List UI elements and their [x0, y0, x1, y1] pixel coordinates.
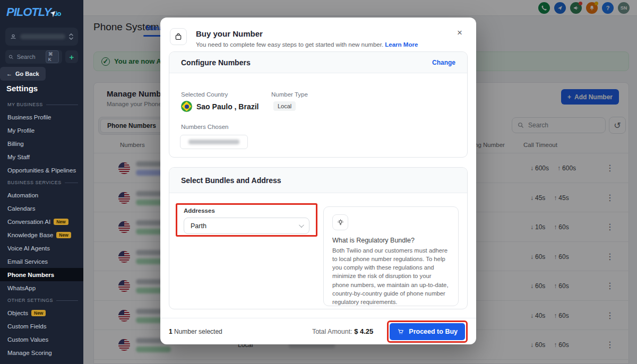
chevron-down-icon: [299, 222, 304, 228]
chosen-number-chip: [180, 135, 248, 149]
settings-heading: Settings: [6, 84, 38, 93]
section-title: Configure Numbers: [181, 58, 251, 67]
redacted-account-name: [20, 34, 65, 39]
selected-country-value: Sao Paulo , Brazil: [181, 101, 259, 112]
search-shortcut-kbd: ⌘ K: [46, 50, 59, 63]
modal-title: Buy your Number: [196, 29, 263, 38]
configure-numbers-section: Configure Numbers Change Selected Countr…: [169, 51, 468, 158]
sidebar-search[interactable]: ⌘ K: [5, 50, 62, 64]
modal-footer: 1 Number selected Total Amount: $ 4.25 P…: [160, 318, 476, 344]
sidebar-item-objects[interactable]: ObjectsNew: [0, 306, 83, 319]
brazil-flag-icon: [181, 101, 192, 112]
sidebar: PILOTLY➤.io ⌘ K + ←Go Back Settings MY B…: [0, 0, 83, 364]
chevron-up-down-icon: [68, 33, 74, 40]
go-back-button[interactable]: ←Go Back: [0, 67, 46, 81]
new-badge: New: [56, 232, 71, 238]
sidebar-item-automation[interactable]: Automation: [0, 188, 83, 202]
sidebar-search-input[interactable]: [16, 53, 44, 60]
number-type-label: Number Type: [271, 91, 308, 98]
sidebar-item-phone-numbers[interactable]: Phone Numbers: [0, 268, 83, 281]
sidebar-item-conversation-ai[interactable]: Conversation AINew: [0, 215, 83, 228]
regulatory-bundle-info-card: What is Regulatory Bundle? Both Twilio a…: [323, 206, 459, 306]
sidebar-item-my-profile[interactable]: My Profile: [0, 124, 83, 137]
new-badge: New: [31, 310, 46, 316]
account-switcher[interactable]: [5, 28, 78, 46]
go-back-label: Go Back: [15, 71, 39, 77]
addresses-selected-value: Parth: [191, 222, 206, 230]
total-amount: Total Amount: $ 4.25: [312, 327, 373, 335]
sidebar-item-knowledge-base[interactable]: Knowledge BaseNew: [0, 228, 83, 241]
brand-name: PILOTLY: [6, 5, 51, 19]
change-link[interactable]: Change: [432, 59, 455, 66]
buy-number-modal: Buy your Number You need to complete few…: [160, 18, 476, 344]
selected-count-text: 1 Number selected: [169, 328, 222, 335]
sidebar-item-business-profile[interactable]: Business Profile: [0, 110, 83, 124]
addresses-label: Addresses: [184, 207, 215, 214]
sidebar-item-manage-scoring[interactable]: Manage Scoring: [0, 346, 83, 359]
learn-more-link[interactable]: Learn More: [385, 41, 418, 48]
sidebar-item-voice-ai-agents[interactable]: Voice AI Agents: [0, 241, 83, 255]
settings-nav: MY BUSINESS Business Profile My Profile …: [0, 99, 83, 359]
proceed-highlight-box: Proceed to Buy: [387, 320, 468, 343]
proceed-to-buy-button[interactable]: Proceed to Buy: [390, 323, 465, 340]
sidebar-item-calendars[interactable]: Calendars: [0, 202, 83, 215]
cart-icon: [397, 328, 404, 335]
section-title: Select Bundles and Address: [181, 176, 281, 185]
sidebar-item-my-staff[interactable]: My Staff: [0, 150, 83, 163]
lightbulb-icon: [332, 214, 348, 230]
number-type-badge: Local: [273, 101, 296, 111]
nav-section-my-business: MY BUSINESS: [0, 99, 83, 110]
search-icon: [8, 54, 14, 60]
info-body: Both Twilio and our customers must adher…: [332, 246, 450, 306]
nav-section-other-settings: OTHER SETTINGS: [0, 294, 83, 306]
quick-add-button[interactable]: +: [65, 50, 78, 63]
sidebar-item-billing[interactable]: Billing: [0, 137, 83, 150]
brand-logo: PILOTLY➤.io: [6, 5, 61, 19]
close-icon[interactable]: ×: [454, 27, 466, 39]
select-bundles-section: Select Bundles and Address Addresses Par…: [169, 167, 468, 309]
new-badge: New: [54, 219, 68, 225]
app-root: PILOTLY➤.io ⌘ K + ←Go Back Settings MY B…: [0, 0, 637, 364]
sidebar-item-custom-values[interactable]: Custom Values: [0, 333, 83, 346]
sidebar-item-email-services[interactable]: Email Services: [0, 255, 83, 268]
sidebar-item-opportunities-pipelines[interactable]: Opportunities & Pipelines: [0, 163, 83, 177]
user-icon: [10, 33, 17, 40]
addresses-highlight-box: Addresses Parth: [176, 203, 317, 237]
back-arrow-icon: ←: [6, 71, 12, 77]
sidebar-item-custom-fields[interactable]: Custom Fields: [0, 319, 83, 333]
info-title: What is Regulatory Bundle?: [332, 237, 450, 244]
nav-section-business-services: BUSINESS SERVICES: [0, 177, 83, 188]
addresses-select[interactable]: Parth: [184, 218, 309, 234]
redacted-number: [188, 140, 239, 144]
sidebar-item-whatsapp[interactable]: WhatsApp: [0, 281, 83, 294]
shopping-bag-icon: [170, 28, 187, 45]
numbers-chosen-label: Numbers Chosen: [181, 124, 228, 130]
modal-subtitle: You need to complete few easy steps to g…: [196, 41, 418, 48]
selected-country-label: Selected Country: [181, 91, 228, 98]
